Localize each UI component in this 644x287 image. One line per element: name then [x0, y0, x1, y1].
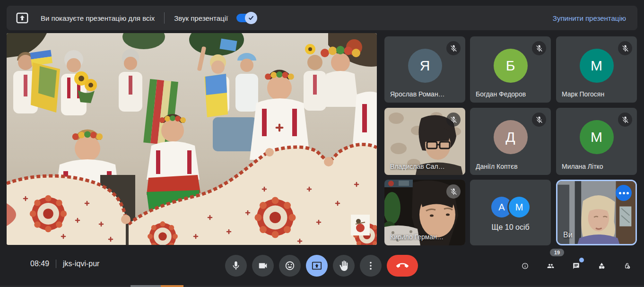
mic-off-icon: [446, 184, 461, 199]
avatar: Д: [494, 120, 528, 154]
activities-button[interactable]: [595, 259, 608, 272]
participant-tile[interactable]: М Милана Літко: [556, 108, 637, 175]
self-label: Ви: [563, 231, 573, 239]
toggle-knob: [245, 12, 257, 24]
presentation-message: Ви показуєте презентацію для всіх: [41, 14, 155, 22]
present-button[interactable]: [306, 255, 328, 277]
participant-name: Ярослав Роман…: [390, 90, 445, 98]
mic-off-icon: [446, 113, 461, 127]
participant-tile[interactable]: Д Даніїл Коптєв: [470, 108, 551, 175]
call-end-icon: [396, 260, 409, 272]
check-icon: [248, 15, 254, 21]
more-vert-icon: [366, 261, 376, 271]
lock-person-icon: [624, 260, 631, 272]
participant-name: Богдан Федоров: [476, 90, 526, 98]
participant-tile[interactable]: Кирило Герман…: [384, 180, 465, 245]
more-options-button[interactable]: [360, 255, 382, 277]
present-to-all-icon: [312, 261, 322, 271]
raise-hand-button[interactable]: [333, 255, 355, 277]
presentation-image: [7, 33, 377, 245]
camera-icon: [258, 261, 268, 271]
mic-off-icon: [446, 41, 461, 55]
participant-name: Милана Літко: [562, 163, 603, 170]
overflow-count-label: Ще 10 осіб: [470, 223, 551, 232]
mic-off-icon: [532, 113, 546, 127]
camera-button[interactable]: [252, 255, 274, 277]
avatar: Б: [494, 49, 528, 83]
self-view-tile[interactable]: Ви: [556, 180, 637, 245]
participant-name: Владислав Сал…: [390, 163, 445, 170]
presented-content[interactable]: [7, 33, 377, 245]
presentation-banner: Ви показуєте презентацію для всіх Звук п…: [7, 6, 637, 30]
participant-tile[interactable]: Я Ярослав Роман…: [384, 36, 465, 103]
mic-off-icon: [532, 41, 546, 55]
participant-name: Марк Погосян: [562, 90, 604, 98]
meeting-details-button[interactable]: [519, 259, 531, 272]
microphone-icon: [231, 261, 241, 271]
participant-name: Кирило Герман…: [390, 233, 444, 241]
meeting-code: jks-iqvi-pur: [63, 260, 99, 268]
reactions-button[interactable]: [279, 255, 301, 277]
chat-button[interactable]: [570, 259, 583, 272]
avatar: M: [509, 197, 530, 217]
participant-tile[interactable]: Владислав Сал…: [384, 108, 465, 175]
google-meet-window: Ви показуєте презентацію для всіх Звук п…: [0, 0, 644, 287]
footer-divider: [56, 260, 56, 268]
info-icon: [522, 260, 529, 272]
clock-time: 08:49: [30, 260, 49, 268]
participant-name: Даніїл Коптєв: [476, 163, 518, 170]
chat-icon: [573, 260, 580, 272]
people-icon: [547, 260, 554, 272]
call-controls: [225, 255, 418, 277]
meeting-info: 08:49 jks-iqvi-pur: [30, 260, 99, 268]
participant-count-badge: 19: [550, 249, 564, 256]
panel-buttons: 19: [519, 259, 634, 272]
microphone-button[interactable]: [225, 255, 247, 277]
overflow-participants-tile[interactable]: A M Ще 10 осіб: [470, 180, 551, 245]
smiley-icon: [285, 261, 295, 271]
photo-watermark: [351, 215, 370, 235]
self-tile-more-options-button[interactable]: [616, 185, 632, 201]
banner-divider: [164, 12, 165, 24]
chat-notification-dot: [579, 258, 584, 262]
avatar: М: [580, 120, 614, 154]
activities-icon: [598, 260, 605, 272]
presentation-audio-label: Звук презентації: [174, 14, 228, 22]
avatar: М: [580, 49, 614, 83]
present-to-all-icon: [15, 11, 29, 25]
overflow-avatars: A M: [470, 197, 551, 217]
participant-tile[interactable]: Б Богдан Федоров: [470, 36, 551, 103]
bottom-sliver-orange: [161, 285, 183, 287]
people-button[interactable]: 19: [544, 259, 557, 272]
end-call-button[interactable]: [387, 255, 418, 277]
bottom-sliver-gray: [131, 285, 161, 287]
avatar: Я: [408, 49, 442, 83]
mic-off-icon: [618, 113, 632, 127]
host-controls-button[interactable]: [621, 259, 634, 272]
presentation-audio-toggle[interactable]: [235, 12, 257, 24]
hand-icon: [339, 261, 349, 271]
mic-off-icon: [618, 41, 632, 55]
participant-tile[interactable]: М Марк Погосян: [556, 36, 637, 103]
stop-presentation-button[interactable]: Зупинити презентацію: [550, 10, 629, 26]
